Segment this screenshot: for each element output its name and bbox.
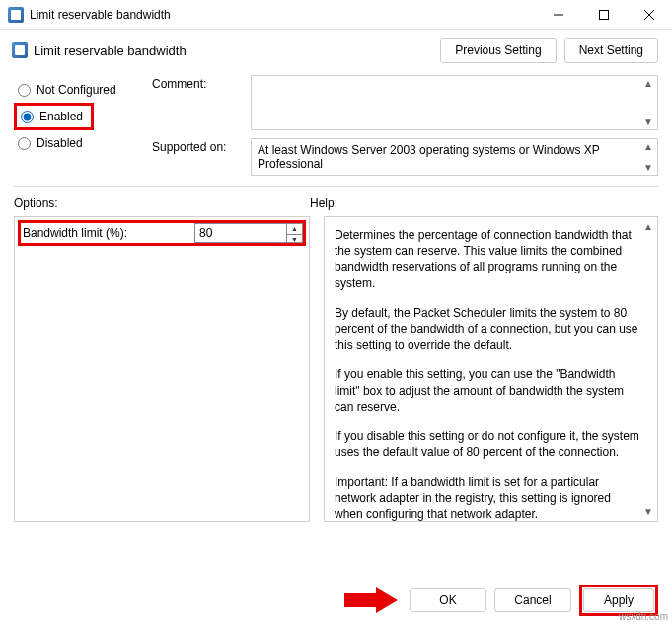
spin-down-icon[interactable]: ▼ — [287, 235, 302, 244]
radio-not-configured-label: Not Configured — [37, 83, 116, 97]
radio-disabled-input[interactable] — [18, 137, 31, 150]
next-setting-button[interactable]: Next Setting — [564, 38, 658, 63]
help-p4: If you disable this setting or do not co… — [335, 429, 639, 460]
minimize-button[interactable] — [536, 0, 581, 29]
help-p2: By default, the Packet Scheduler limits … — [335, 305, 639, 353]
highlight-enabled: Enabled — [14, 103, 94, 130]
radio-not-configured-input[interactable] — [18, 84, 31, 97]
supported-label: Supported on: — [152, 138, 251, 176]
help-p5: Important: If a bandwidth limit is set f… — [335, 474, 639, 522]
help-pane: Determines the percentage of connection … — [324, 216, 658, 522]
maximize-button[interactable] — [581, 0, 627, 29]
bandwidth-label: Bandwidth limit (%): — [21, 223, 131, 243]
app-icon — [8, 7, 24, 23]
footer: OK Cancel Apply — [14, 585, 658, 616]
comment-label: Comment: — [152, 75, 251, 130]
scroll-down-icon[interactable]: ▼ — [641, 117, 655, 127]
ok-button[interactable]: OK — [410, 588, 486, 612]
bandwidth-input[interactable] — [195, 224, 286, 242]
scroll-down-icon[interactable]: ▼ — [641, 507, 655, 517]
options-pane: Bandwidth limit (%): ▲ ▼ — [14, 216, 310, 522]
bandwidth-row-highlight: Bandwidth limit (%): ▲ ▼ — [18, 220, 306, 246]
panes: Bandwidth limit (%): ▲ ▼ Determines the … — [0, 216, 672, 522]
red-arrow-icon — [344, 587, 398, 613]
state-radio-group: Not Configured Enabled Disabled — [14, 75, 152, 176]
policy-icon — [12, 42, 28, 58]
options-label: Options: — [14, 196, 310, 210]
bandwidth-spinbox[interactable]: ▲ ▼ — [194, 223, 303, 243]
help-label: Help: — [310, 196, 337, 210]
svg-rect-1 — [600, 10, 609, 19]
spinner: ▲ ▼ — [286, 224, 302, 242]
watermark: wsxdn.com — [619, 611, 668, 622]
radio-disabled-label: Disabled — [37, 136, 83, 150]
close-button[interactable] — [627, 0, 672, 29]
help-text: Determines the percentage of connection … — [325, 217, 657, 522]
scroll-up-icon[interactable]: ▲ — [641, 221, 655, 232]
section-labels: Options: Help: — [0, 196, 672, 216]
apply-button[interactable]: Apply — [583, 588, 654, 612]
policy-title: Limit reservable bandwidth — [34, 43, 432, 58]
scroll-down-icon[interactable]: ▼ — [641, 162, 655, 173]
window-controls — [536, 0, 672, 29]
radio-enabled[interactable]: Enabled — [19, 108, 85, 125]
divider — [14, 186, 658, 187]
scroll-up-icon[interactable]: ▲ — [641, 78, 655, 89]
radio-enabled-input[interactable] — [21, 111, 34, 123]
titlebar: Limit reservable bandwidth — [0, 0, 672, 30]
policy-header: Limit reservable bandwidth Previous Sett… — [0, 30, 672, 75]
radio-not-configured[interactable]: Not Configured — [14, 77, 138, 103]
supported-text: At least Windows Server 2003 operating s… — [258, 143, 600, 171]
window-title: Limit reservable bandwidth — [30, 8, 536, 22]
help-p3: If you enable this setting, you can use … — [335, 366, 639, 415]
spin-up-icon[interactable]: ▲ — [287, 224, 302, 234]
supported-field: At least Windows Server 2003 operating s… — [251, 138, 658, 176]
previous-setting-button[interactable]: Previous Setting — [440, 38, 556, 63]
scroll-up-icon[interactable]: ▲ — [641, 141, 655, 152]
radio-disabled[interactable]: Disabled — [14, 130, 138, 156]
comment-field[interactable]: ▲ ▼ — [251, 75, 658, 130]
radio-enabled-label: Enabled — [39, 110, 83, 123]
help-p1: Determines the percentage of connection … — [335, 227, 639, 291]
cancel-button[interactable]: Cancel — [494, 588, 571, 612]
